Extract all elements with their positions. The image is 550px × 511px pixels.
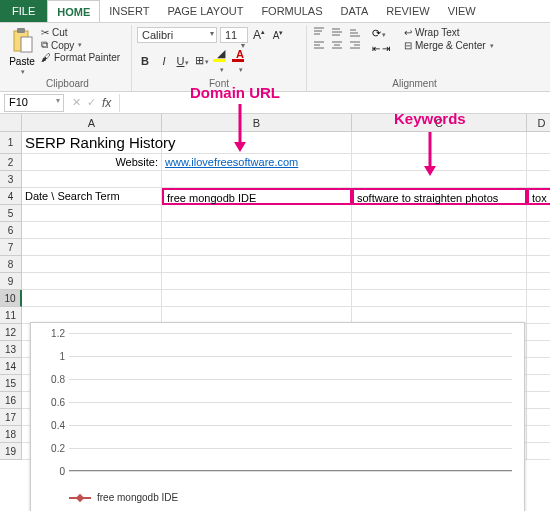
cell-c3[interactable] — [352, 171, 527, 188]
cell-d9[interactable] — [527, 273, 550, 290]
cell-d13[interactable] — [527, 341, 550, 358]
row-header-16[interactable]: 16 — [0, 392, 22, 409]
cell-b10[interactable] — [162, 290, 352, 307]
spreadsheet-grid[interactable]: ABCD 12345678910111213141516171819 SERP … — [0, 114, 550, 511]
cell-c5[interactable] — [352, 205, 527, 222]
row-header-6[interactable]: 6 — [0, 222, 22, 239]
align-top-button[interactable] — [312, 27, 328, 37]
name-box[interactable]: F10 — [4, 94, 64, 112]
cell-d8[interactable] — [527, 256, 550, 273]
cell-d1[interactable] — [527, 132, 550, 154]
font-name-select[interactable]: Calibri — [137, 27, 217, 43]
cut-button[interactable]: ✂Cut — [39, 27, 122, 38]
enter-formula-button[interactable]: ✓ — [87, 96, 96, 109]
cell-b6[interactable] — [162, 222, 352, 239]
decrease-font-button[interactable]: A▾ — [270, 29, 286, 41]
cell-a4[interactable]: Date \ Search Term — [22, 188, 162, 205]
row-header-15[interactable]: 15 — [0, 375, 22, 392]
row-header-10[interactable]: 10 — [0, 290, 22, 307]
align-middle-button[interactable] — [330, 27, 346, 37]
copy-button[interactable]: ⧉Copy▾ — [39, 39, 122, 51]
select-all-corner[interactable] — [0, 114, 22, 132]
cell-a10[interactable] — [22, 290, 162, 307]
merge-center-button[interactable]: ⊟Merge & Center▾ — [402, 40, 496, 51]
embedded-chart[interactable]: 00.20.40.60.811.2 free mongodb IDE — [30, 322, 525, 511]
column-header-d[interactable]: D — [527, 114, 550, 132]
cell-c7[interactable] — [352, 239, 527, 256]
align-left-button[interactable] — [312, 40, 328, 50]
cell-b3[interactable] — [162, 171, 352, 188]
cell-a7[interactable] — [22, 239, 162, 256]
file-tab[interactable]: FILE — [0, 0, 47, 22]
cell-d17[interactable] — [527, 409, 550, 426]
tab-insert[interactable]: INSERT — [100, 0, 158, 22]
tab-data[interactable]: DATA — [332, 0, 378, 22]
fx-icon[interactable]: fx — [102, 96, 111, 110]
cancel-formula-button[interactable]: ✕ — [72, 96, 81, 109]
row-header-14[interactable]: 14 — [0, 358, 22, 375]
cell-d12[interactable] — [527, 324, 550, 341]
tab-formulas[interactable]: FORMULAS — [252, 0, 331, 22]
row-header-19[interactable]: 19 — [0, 443, 22, 460]
row-header-17[interactable]: 17 — [0, 409, 22, 426]
cell-b7[interactable] — [162, 239, 352, 256]
formula-bar[interactable] — [119, 94, 550, 112]
align-center-button[interactable] — [330, 40, 346, 50]
fill-color-button[interactable]: ◢▾ — [213, 47, 229, 74]
cell-a2[interactable]: Website: — [22, 154, 162, 171]
tab-review[interactable]: REVIEW — [377, 0, 438, 22]
column-header-b[interactable]: B — [162, 114, 352, 132]
cell-d3[interactable] — [527, 171, 550, 188]
column-header-c[interactable]: C — [352, 114, 527, 132]
cell-d16[interactable] — [527, 392, 550, 409]
row-header-12[interactable]: 12 — [0, 324, 22, 341]
wrap-text-button[interactable]: ↩Wrap Text — [402, 27, 496, 38]
row-header-1[interactable]: 1 — [0, 132, 22, 154]
cell-d5[interactable] — [527, 205, 550, 222]
orientation-button[interactable]: ⟳▾ — [372, 27, 390, 40]
row-header-2[interactable]: 2 — [0, 154, 22, 171]
row-header-8[interactable]: 8 — [0, 256, 22, 273]
cell-c6[interactable] — [352, 222, 527, 239]
font-color-button[interactable]: A▾ — [232, 48, 248, 74]
cell-c8[interactable] — [352, 256, 527, 273]
column-header-a[interactable]: A — [22, 114, 162, 132]
cell-c9[interactable] — [352, 273, 527, 290]
row-header-18[interactable]: 18 — [0, 426, 22, 443]
cell-a6[interactable] — [22, 222, 162, 239]
cell-d15[interactable] — [527, 375, 550, 392]
increase-indent-button[interactable]: ⇥ — [382, 43, 390, 54]
cell-c2[interactable] — [352, 154, 527, 171]
cell-a5[interactable] — [22, 205, 162, 222]
row-header-4[interactable]: 4 — [0, 188, 22, 205]
row-header-7[interactable]: 7 — [0, 239, 22, 256]
cell-b4-keyword[interactable]: free mongodb IDE — [162, 188, 352, 205]
cell-c10[interactable] — [352, 290, 527, 307]
cell-d7[interactable] — [527, 239, 550, 256]
italic-button[interactable]: I — [156, 55, 172, 67]
row-header-3[interactable]: 3 — [0, 171, 22, 188]
bold-button[interactable]: B — [137, 55, 153, 67]
cell-d14[interactable] — [527, 358, 550, 375]
row-header-9[interactable]: 9 — [0, 273, 22, 290]
tab-page-layout[interactable]: PAGE LAYOUT — [158, 0, 252, 22]
underline-button[interactable]: U▾ — [175, 55, 191, 67]
align-bottom-button[interactable] — [348, 27, 364, 37]
border-button[interactable]: ⊞▾ — [194, 54, 210, 67]
cell-d6[interactable] — [527, 222, 550, 239]
cell-b9[interactable] — [162, 273, 352, 290]
cell-b8[interactable] — [162, 256, 352, 273]
cell-d2[interactable] — [527, 154, 550, 171]
paste-button[interactable]: Paste ▾ — [9, 27, 35, 76]
tab-home[interactable]: HOME — [47, 0, 100, 22]
cell-d10[interactable] — [527, 290, 550, 307]
cell-d19[interactable] — [527, 443, 550, 460]
cell-a1[interactable]: SERP Ranking History — [22, 132, 162, 154]
decrease-indent-button[interactable]: ⇤ — [372, 43, 380, 54]
cell-b2-website-link[interactable]: www.ilovefreesoftware.com — [162, 154, 352, 171]
cell-b1[interactable] — [162, 132, 352, 154]
cell-d11[interactable] — [527, 307, 550, 324]
cell-c4-keyword[interactable]: software to straighten photos — [352, 188, 527, 205]
increase-font-button[interactable]: A▴ — [251, 28, 267, 42]
format-painter-button[interactable]: 🖌Format Painter — [39, 52, 122, 63]
